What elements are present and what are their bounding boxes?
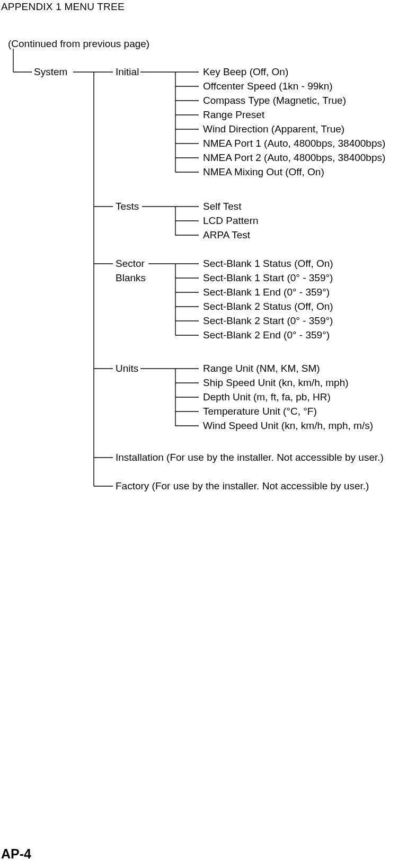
item-sect-blank-1-start: Sect-Blank 1 Start (0° - 359°): [203, 272, 333, 284]
item-nmea-port-1: NMEA Port 1 (Auto, 4800bps, 38400bps): [203, 138, 385, 149]
item-self-test: Self Test: [203, 201, 242, 212]
item-wind-speed-unit: Wind Speed Unit (kn, km/h, mph, m/s): [203, 420, 373, 432]
item-temperature-unit: Temperature Unit (°C, °F): [203, 406, 317, 417]
item-ship-speed-unit: Ship Speed Unit (kn, km/h, mph): [203, 377, 349, 389]
item-arpa-test: ARPA Test: [203, 229, 250, 241]
submenu-factory: Factory (For use by the installer. Not a…: [116, 480, 369, 492]
item-nmea-port-2: NMEA Port 2 (Auto, 4800bps, 38400bps): [203, 152, 385, 164]
item-range-unit: Range Unit (NM, KM, SM): [203, 363, 320, 374]
submenu-sector-line2: Blanks: [116, 272, 146, 284]
item-range-preset: Range Preset: [203, 109, 264, 121]
submenu-tests: Tests: [116, 201, 139, 212]
item-sect-blank-1-status: Sect-Blank 1 Status (Off, On): [203, 258, 333, 270]
submenu-initial: Initial: [116, 66, 139, 78]
item-sect-blank-2-end: Sect-Blank 2 End (0° - 359°): [203, 329, 330, 341]
item-sect-blank-1-end: Sect-Blank 1 End (0° - 359°): [203, 287, 330, 298]
item-wind-direction: Wind Direction (Apparent, True): [203, 123, 344, 135]
submenu-units: Units: [116, 363, 138, 374]
item-nmea-mixing-out: NMEA Mixing Out (Off, On): [203, 166, 324, 178]
submenu-installation: Installation (For use by the installer. …: [116, 452, 384, 463]
item-lcd-pattern: LCD Pattern: [203, 215, 259, 227]
item-sect-blank-2-start: Sect-Blank 2 Start (0° - 359°): [203, 315, 333, 327]
submenu-sector-line1: Sector: [116, 258, 145, 270]
menu-system: System: [34, 66, 67, 78]
item-compass-type: Compass Type (Magnetic, True): [203, 95, 346, 106]
item-sect-blank-2-status: Sect-Blank 2 Status (Off, On): [203, 301, 333, 312]
item-key-beep: Key Beep (Off, On): [203, 66, 288, 78]
item-offcenter-speed: Offcenter Speed (1kn - 99kn): [203, 80, 333, 92]
page-number: AP-4: [1, 846, 31, 862]
item-depth-unit: Depth Unit (m, ft, fa, pb, HR): [203, 391, 331, 403]
